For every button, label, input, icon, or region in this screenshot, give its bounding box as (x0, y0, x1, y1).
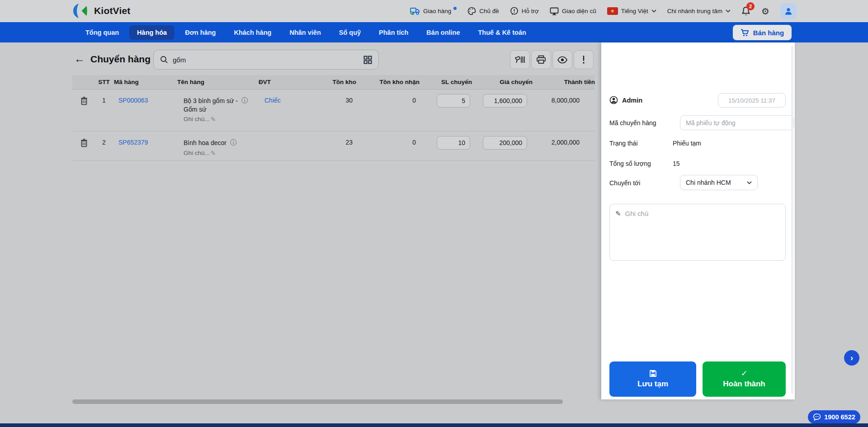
col-ten-hang: Tên hàng (177, 75, 259, 89)
row-stt: 1 (94, 89, 114, 131)
price-input[interactable]: 1,600,000 (483, 94, 527, 108)
transfer-toolbar (510, 50, 594, 69)
alert-icon (582, 55, 585, 64)
destination-value: Chi nhánh HCM (686, 179, 731, 186)
branch-label: Chi nhánh trung tâm (667, 8, 722, 14)
product-code-link[interactable]: SP652379 (118, 139, 148, 146)
col-dvt: ĐVT (259, 75, 308, 89)
barcode-scan-button[interactable] (510, 50, 530, 69)
truck-icon (410, 7, 420, 15)
old-ui-menu[interactable]: Giao diện cũ (550, 7, 596, 15)
expand-panel-button[interactable]: › (844, 350, 859, 366)
product-code-link[interactable]: SP000063 (118, 97, 148, 104)
chevron-down-icon (726, 9, 731, 13)
user-avatar[interactable] (780, 3, 797, 19)
theme-label: Chủ đề (479, 8, 499, 14)
nav-don-hang[interactable]: Đơn hàng (177, 25, 223, 40)
back-button[interactable]: ← (74, 53, 85, 64)
nav-so-quy[interactable]: Sổ quỹ (331, 25, 368, 40)
unit-link[interactable]: Chiếc (264, 97, 281, 104)
kiotviet-logo[interactable]: KiotViet (71, 3, 131, 19)
language-selector[interactable]: ★ Tiếng Việt (607, 7, 656, 15)
delivery-label: Giao hàng (423, 8, 451, 14)
nav-nhan-vien[interactable]: Nhân viên (282, 25, 328, 40)
qty-input[interactable]: 10 (437, 136, 470, 150)
transfer-code-input[interactable] (680, 115, 794, 130)
branch-selector[interactable]: Chi nhánh trung tâm (667, 8, 731, 14)
pencil-icon: ✎ (211, 150, 216, 157)
save-icon (649, 370, 657, 377)
col-sl-chuyen: SL chuyển (420, 75, 472, 89)
row-note-button[interactable]: Ghi chú... ✎ (184, 150, 259, 157)
product-search-box[interactable] (153, 50, 379, 70)
col-stt: STT (94, 75, 114, 89)
info-icon[interactable]: ⓘ (230, 139, 236, 147)
settings-button[interactable]: ⚙ (761, 6, 769, 17)
save-draft-button[interactable]: Lưu tạm (609, 361, 696, 397)
alert-button[interactable] (574, 50, 594, 69)
col-thanh-tien: Thành tiền (533, 75, 595, 89)
col-gia-chuyen: Giá chuyển (472, 75, 533, 89)
nav-tong-quan[interactable]: Tổng quan (78, 25, 127, 40)
panel-scrollbar[interactable] (791, 46, 793, 394)
print-icon (536, 55, 546, 64)
monitor-icon (550, 7, 559, 15)
destination-select[interactable]: Chi nhánh HCM (680, 175, 758, 190)
nav-ban-online[interactable]: Bán online (419, 25, 467, 40)
notification-badge: 2 (746, 2, 755, 10)
sell-button[interactable]: Bán hàng (733, 25, 792, 40)
row-stt: 2 (94, 131, 114, 160)
preview-button[interactable] (552, 50, 572, 69)
note-textarea[interactable]: ✎ Ghi chú (609, 204, 786, 261)
product-grid-icon[interactable] (363, 56, 372, 64)
horizontal-scrollbar[interactable] (72, 399, 563, 404)
stock-value: 30 (308, 89, 356, 131)
nav-thue-ke-toan[interactable]: Thuế & Kế toán (470, 25, 533, 40)
hotline-button[interactable]: 1900 6522 (808, 410, 860, 424)
info-icon[interactable]: ⓘ (241, 97, 248, 105)
product-name: Bình hoa decor (184, 139, 226, 146)
stock-value: 23 (308, 131, 356, 160)
search-icon (160, 56, 168, 64)
col-ma-hang: Mã hàng (114, 75, 177, 89)
search-input[interactable] (173, 56, 359, 64)
kiotviet-logo-icon (71, 3, 90, 19)
total-quantity-value: 15 (673, 160, 680, 167)
stock-receive-value: 0 (356, 89, 420, 131)
current-user: Admin (622, 97, 642, 104)
status-value: Phiếu tạm (673, 140, 701, 147)
preview-icon (557, 56, 568, 64)
total-value: 2,000,000 (533, 131, 595, 160)
transfer-code-label: Mã chuyển hàng (609, 119, 673, 127)
delivery-notification-dot (453, 7, 457, 10)
nav-khach-hang[interactable]: Khách hàng (226, 25, 279, 40)
complete-label: Hoàn thành (723, 380, 765, 389)
theme-menu[interactable]: Chủ đề (467, 7, 499, 15)
nav-phan-tich[interactable]: Phân tích (371, 25, 416, 40)
cart-icon (741, 29, 749, 37)
notifications-button[interactable]: 2 (741, 6, 750, 16)
nav-hang-hoa[interactable]: Hàng hóa (129, 25, 175, 40)
complete-button[interactable]: ✓ Hoàn thành (703, 361, 786, 397)
table-row: 2 SP652379 Bình hoa decor ⓘ Ghi chú... ✎… (72, 131, 595, 160)
barcode-scan-icon (514, 55, 525, 64)
stock-receive-value: 0 (356, 131, 420, 160)
save-draft-label: Lưu tạm (637, 380, 668, 389)
old-ui-label: Giao diện cũ (562, 8, 596, 14)
chevron-right-icon: › (850, 353, 853, 363)
print-button[interactable] (531, 50, 551, 69)
delete-row-button[interactable] (72, 131, 94, 160)
product-name-line2: Gốm sứ (184, 106, 259, 113)
total-quantity-label: Tổng số lượng (609, 160, 673, 167)
transfer-items-table: STT Mã hàng Tên hàng ĐVT Tồn kho Tồn kho… (72, 75, 595, 161)
price-input[interactable]: 200,000 (483, 136, 527, 150)
row-note-button[interactable]: Ghi chú... ✎ (184, 116, 259, 123)
delivery-menu[interactable]: Giao hàng (410, 7, 457, 15)
transfer-datetime-field[interactable]: 15/10/2025 11:37 (718, 93, 786, 108)
chevron-down-icon (747, 181, 752, 184)
qty-input[interactable]: 5 (437, 94, 470, 108)
support-menu[interactable]: Hỗ trợ (510, 7, 539, 15)
destination-label: Chuyển tới (609, 179, 673, 187)
delete-row-button[interactable] (72, 89, 94, 131)
pencil-icon: ✎ (211, 116, 216, 123)
